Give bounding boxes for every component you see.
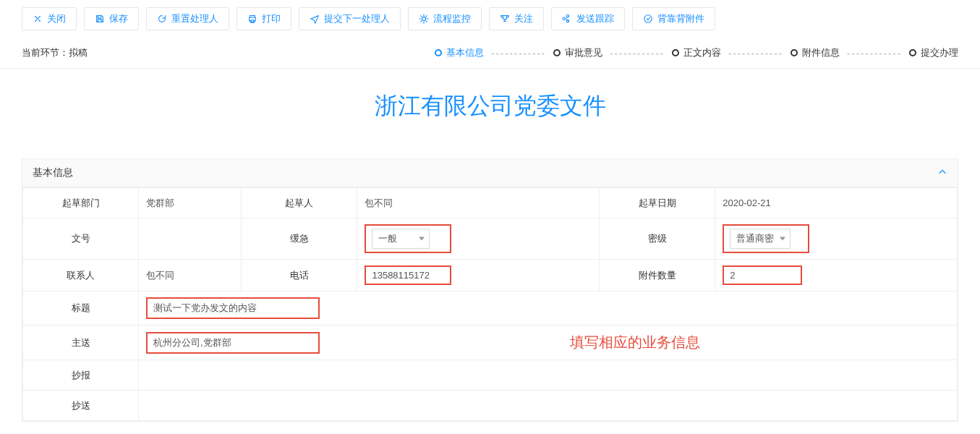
print-icon: [247, 14, 257, 24]
title-input[interactable]: 测试一下党办发文的内容: [146, 297, 320, 319]
step-dot-icon: [672, 49, 679, 56]
send-icon: [310, 14, 320, 24]
step-label: 正文内容: [683, 46, 721, 59]
mainsend-input[interactable]: 杭州分公司,党群部: [146, 332, 320, 354]
drafter-label: 起草人: [242, 188, 357, 218]
trophy-icon: [500, 14, 510, 24]
date-value: 2020-02-21: [715, 188, 958, 218]
phone-input[interactable]: 13588115172: [365, 265, 451, 285]
button-label: 关闭: [47, 12, 66, 25]
status-label: 当前环节：: [22, 47, 69, 58]
urgency-label: 缓急: [242, 218, 357, 260]
button-label: 关注: [514, 12, 533, 25]
section-title: 基本信息: [33, 166, 73, 179]
step-body[interactable]: 正文内容: [672, 46, 721, 59]
chevron-up-icon: [937, 167, 947, 179]
page-title: 浙江有限公司党委文件: [0, 69, 980, 158]
urgency-highlight: 一般: [365, 224, 451, 253]
step-dot-icon: [435, 49, 442, 56]
button-label: 打印: [262, 12, 281, 25]
current-step-label: 当前环节：拟稿: [22, 46, 88, 59]
step-label: 基本信息: [446, 46, 484, 59]
share-icon: [562, 14, 572, 24]
print-button[interactable]: 打印: [237, 7, 291, 30]
close-button[interactable]: 关闭: [22, 7, 77, 30]
step-dot-icon: [553, 49, 561, 56]
submit-next-button[interactable]: 提交下一处理人: [299, 7, 401, 30]
copyreport-label: 抄报: [23, 360, 139, 391]
process-monitor-button[interactable]: 流程监控: [408, 7, 482, 30]
phone-label: 电话: [242, 260, 357, 292]
dept-value: 党群部: [139, 188, 242, 218]
status-value: 拟稿: [69, 47, 88, 58]
send-tracking-button[interactable]: 发送跟踪: [551, 7, 625, 30]
dept-label: 起草部门: [23, 188, 139, 218]
section-header[interactable]: 基本信息: [22, 159, 958, 187]
contact-value: 包不同: [139, 260, 242, 292]
drafter-value: 包不同: [357, 188, 600, 218]
date-label: 起草日期: [600, 188, 715, 218]
step-separator: ------------: [728, 48, 783, 59]
save-icon: [95, 14, 105, 24]
step-basic[interactable]: 基本信息: [435, 46, 484, 59]
step-attach[interactable]: 附件信息: [791, 46, 840, 59]
attcount-label: 附件数量: [600, 260, 715, 292]
step-label: 提交办理: [921, 46, 958, 59]
secrecy-highlight: 普通商密: [723, 224, 809, 253]
reload-icon: [157, 14, 167, 24]
step-separator: ------------: [491, 48, 546, 59]
follow-button[interactable]: 关注: [489, 7, 544, 30]
title-label: 标题: [23, 292, 139, 326]
gear-icon: [419, 14, 429, 24]
button-label: 背靠背附件: [657, 12, 704, 25]
form-table: 起草部门 党群部 起草人 包不同 起草日期 2020-02-21 文号 缓急 一…: [22, 187, 958, 421]
section-basic-info: 基本信息 起草部门 党群部 起草人 包不同 起草日期 2020-02-21 文号…: [22, 158, 958, 422]
secrecy-select[interactable]: 普通商密: [730, 229, 791, 249]
urgency-select[interactable]: 一般: [372, 229, 430, 249]
step-nav: 基本信息------------审批意见------------正文内容----…: [88, 46, 958, 59]
save-button[interactable]: 保存: [84, 7, 139, 30]
docno-value[interactable]: [139, 218, 242, 260]
step-separator: ------------: [847, 48, 902, 59]
contact-label: 联系人: [23, 260, 139, 292]
toolbar: 关闭保存重置处理人打印提交下一处理人流程监控关注发送跟踪背靠背附件: [0, 0, 980, 38]
copysend-input[interactable]: [139, 391, 958, 421]
step-dot-icon: [791, 49, 798, 56]
button-label: 流程监控: [433, 12, 471, 25]
attcount-input[interactable]: 2: [723, 265, 802, 285]
docno-label: 文号: [23, 218, 139, 260]
step-submit[interactable]: 提交办理: [909, 46, 958, 59]
button-label: 发送跟踪: [576, 12, 614, 25]
status-bar: 当前环节：拟稿 基本信息------------审批意见------------…: [0, 38, 980, 69]
button-label: 保存: [109, 12, 128, 25]
step-approval[interactable]: 审批意见: [553, 46, 602, 59]
step-separator: ------------: [610, 48, 665, 59]
step-label: 附件信息: [802, 46, 840, 59]
copysend-label: 抄送: [23, 391, 139, 421]
step-label: 审批意见: [565, 46, 602, 59]
button-label: 提交下一处理人: [324, 12, 390, 25]
reset-handler-button[interactable]: 重置处理人: [146, 7, 229, 30]
button-label: 重置处理人: [171, 12, 218, 25]
step-dot-icon: [909, 49, 916, 56]
badge-icon: [643, 14, 653, 24]
secrecy-label: 密级: [600, 218, 715, 260]
annotation-text: 填写相应的业务信息: [320, 331, 950, 354]
close-icon: [33, 14, 43, 24]
mainsend-label: 主送: [23, 326, 139, 360]
back-attachment-button[interactable]: 背靠背附件: [632, 7, 715, 30]
copyreport-input[interactable]: [139, 360, 958, 391]
